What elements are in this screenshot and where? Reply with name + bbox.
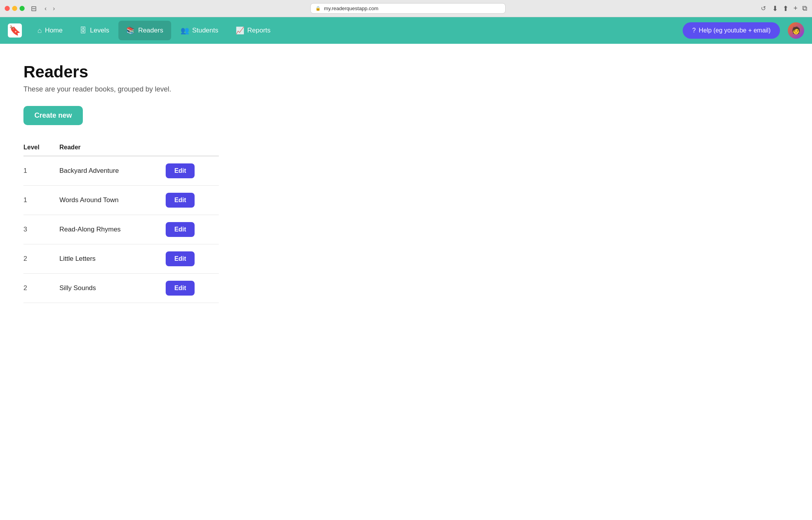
nav-label-home: Home — [45, 27, 63, 34]
column-header-actions — [161, 141, 219, 156]
main-content: Readers These are your reader books, gro… — [0, 44, 352, 322]
edit-button-0[interactable]: Edit — [166, 163, 195, 178]
reload-button[interactable]: ↺ — [759, 4, 767, 13]
help-button[interactable]: ? Help (eg youtube + email) — [683, 22, 780, 39]
download-button[interactable]: ⬇ — [772, 4, 778, 13]
table-row: 2Silly SoundsEdit — [23, 274, 219, 303]
table-row: 1Backyard AdventureEdit — [23, 156, 219, 186]
sidebar-toggle-button[interactable]: ⊟ — [29, 4, 38, 14]
table-body: 1Backyard AdventureEdit1Words Around Tow… — [23, 156, 219, 303]
cell-level: 1 — [23, 156, 55, 186]
tab-overview-button[interactable]: ⧉ — [802, 4, 807, 13]
table-row: 1Words Around TownEdit — [23, 186, 219, 215]
avatar-icon: 🧑 — [792, 26, 800, 35]
cell-edit: Edit — [161, 215, 219, 244]
nav-item-reports[interactable]: 📈 Reports — [228, 21, 279, 40]
help-circle-icon: ? — [692, 27, 696, 34]
readers-icon: 📚 — [126, 26, 135, 35]
page-title: Readers — [23, 63, 328, 81]
nav-item-levels[interactable]: 🗄 Levels — [72, 21, 117, 40]
table-header-row: Level Reader — [23, 141, 219, 156]
traffic-light-green[interactable] — [20, 6, 25, 11]
nav-label-readers: Readers — [138, 27, 163, 34]
cell-level: 2 — [23, 274, 55, 303]
help-button-label: Help (eg youtube + email) — [699, 27, 771, 34]
forward-button[interactable]: › — [51, 4, 56, 13]
column-header-reader: Reader — [55, 141, 161, 156]
page-subtitle: These are your reader books, grouped by … — [23, 85, 328, 93]
edit-button-4[interactable]: Edit — [166, 281, 195, 296]
cell-reader: Little Letters — [55, 244, 161, 274]
cell-edit: Edit — [161, 244, 219, 274]
traffic-light-yellow[interactable] — [12, 6, 17, 11]
back-button[interactable]: ‹ — [43, 4, 48, 13]
url-text: my.readerquestapp.com — [324, 5, 378, 11]
address-bar[interactable]: 🔒 my.readerquestapp.com — [310, 3, 506, 14]
browser-chrome: ⊟ ‹ › 🔒 my.readerquestapp.com ↺ ⬇ ⬆ + ⧉ — [0, 0, 812, 17]
avatar[interactable]: 🧑 — [788, 22, 804, 39]
cell-level: 1 — [23, 186, 55, 215]
cell-level: 3 — [23, 215, 55, 244]
traffic-lights — [5, 6, 25, 11]
table-row: 2Little LettersEdit — [23, 244, 219, 274]
create-new-button[interactable]: Create new — [23, 106, 83, 125]
edit-button-2[interactable]: Edit — [166, 222, 195, 237]
levels-icon: 🗄 — [80, 27, 87, 35]
main-nav: 🔖 ⌂ Home 🗄 Levels 📚 Readers 👥 Students 📈… — [0, 17, 812, 44]
share-button[interactable]: ⬆ — [783, 4, 789, 13]
nav-item-home[interactable]: ⌂ Home — [30, 21, 70, 40]
app-logo[interactable]: 🔖 — [8, 23, 22, 38]
cell-edit: Edit — [161, 186, 219, 215]
nav-item-students[interactable]: 👥 Students — [173, 21, 226, 40]
nav-label-reports: Reports — [247, 27, 271, 34]
nav-label-students: Students — [192, 27, 218, 34]
browser-actions: ⬇ ⬆ + ⧉ — [772, 4, 807, 13]
readers-table: Level Reader 1Backyard AdventureEdit1Wor… — [23, 141, 219, 303]
cell-reader: Words Around Town — [55, 186, 161, 215]
traffic-light-red[interactable] — [5, 6, 10, 11]
edit-button-1[interactable]: Edit — [166, 193, 195, 208]
reports-icon: 📈 — [236, 26, 244, 35]
edit-button-3[interactable]: Edit — [166, 251, 195, 266]
home-icon: ⌂ — [38, 27, 42, 35]
table-header: Level Reader — [23, 141, 219, 156]
cell-edit: Edit — [161, 156, 219, 186]
table-row: 3Read-Along RhymesEdit — [23, 215, 219, 244]
browser-navigation: ‹ › — [43, 4, 57, 13]
column-header-level: Level — [23, 141, 55, 156]
lock-icon: 🔒 — [315, 6, 321, 11]
students-icon: 👥 — [181, 26, 189, 35]
cell-reader: Silly Sounds — [55, 274, 161, 303]
new-tab-button[interactable]: + — [793, 4, 798, 13]
nav-item-readers[interactable]: 📚 Readers — [118, 21, 171, 40]
logo-icon: 🔖 — [9, 25, 21, 36]
cell-level: 2 — [23, 244, 55, 274]
cell-edit: Edit — [161, 274, 219, 303]
nav-label-levels: Levels — [90, 27, 109, 34]
cell-reader: Backyard Adventure — [55, 156, 161, 186]
cell-reader: Read-Along Rhymes — [55, 215, 161, 244]
